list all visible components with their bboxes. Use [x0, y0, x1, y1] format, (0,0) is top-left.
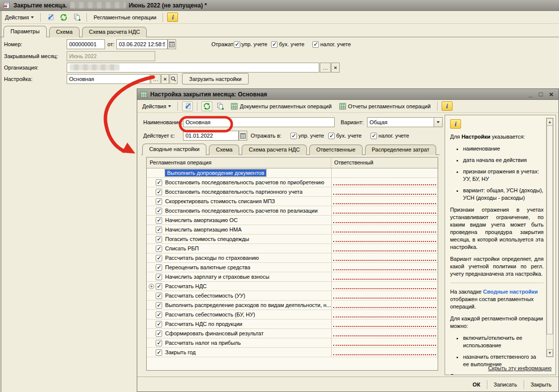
checkbox-upr-uchete[interactable]: упр. учете: [290, 131, 324, 141]
row-checkbox[interactable]: [156, 245, 162, 252]
row-checkbox[interactable]: [156, 293, 162, 299]
datetime-input[interactable]: [116, 39, 168, 49]
ok-button[interactable]: ОК: [467, 380, 485, 390]
tab-raspredelenie-zatrat[interactable]: Распределение затрат: [365, 145, 437, 155]
checked-checkbox-icon[interactable]: [371, 133, 377, 139]
maximize-button[interactable]: □: [537, 90, 545, 98]
copy-button[interactable]: [215, 101, 226, 111]
responsible-cell[interactable]: [331, 282, 438, 291]
row-checkbox[interactable]: [156, 255, 162, 261]
table-row[interactable]: Восстановить последовательность расчетов…: [147, 178, 438, 187]
responsible-cell[interactable]: [331, 225, 438, 234]
table-row[interactable]: Погасить стоимость спецодежды: [147, 235, 438, 244]
responsible-cell[interactable]: [331, 348, 438, 357]
actions-menu-button[interactable]: Действия: [2, 13, 36, 22]
table-row[interactable]: Сформировать финансовый результат: [147, 329, 438, 338]
post-document-button[interactable]: [182, 101, 193, 111]
responsible-cell[interactable]: [331, 168, 438, 177]
scroll-down-button[interactable]: ▼: [547, 349, 553, 357]
responsible-cell[interactable]: [331, 216, 438, 225]
table-row[interactable]: Закрыть год: [147, 348, 438, 357]
responsible-cell[interactable]: [331, 329, 438, 338]
number-input[interactable]: [67, 39, 105, 49]
minimize-button[interactable]: _: [526, 90, 535, 98]
checkbox-buh-uchete[interactable]: бух. учете: [328, 131, 362, 141]
tab-shema[interactable]: Схема: [209, 145, 239, 155]
row-checkbox[interactable]: [156, 302, 162, 309]
organization-input[interactable]: [67, 63, 319, 73]
table-row[interactable]: Скорректировать стоимость списания МПЗ: [147, 197, 438, 206]
tab-otvetstvennye[interactable]: Ответственные: [309, 145, 363, 155]
refresh-button[interactable]: [201, 101, 212, 111]
checked-checkbox-icon[interactable]: [290, 133, 297, 139]
responsible-cell[interactable]: [331, 197, 438, 206]
responsible-cell[interactable]: [331, 235, 438, 243]
table-row[interactable]: +Рассчитать НДС: [147, 282, 438, 291]
dialog-actions-menu-button[interactable]: Действия: [140, 102, 174, 111]
row-checkbox[interactable]: [156, 264, 162, 271]
tab-shema-rascheta-nds[interactable]: Схема расчета НДС: [242, 145, 307, 155]
table-row[interactable]: Рассчитать себестоимость (УУ): [147, 291, 438, 301]
table-row[interactable]: Рассчитать налог на прибыль: [147, 338, 438, 348]
tab-parametry[interactable]: Параметры: [3, 26, 47, 37]
row-checkbox[interactable]: [156, 198, 162, 205]
table-row[interactable]: Рассчитать себестоимость (БУ, НУ): [147, 310, 438, 319]
svodnye-nastroyki-link[interactable]: Сводные настройки: [483, 289, 538, 295]
responsible-cell[interactable]: [331, 272, 438, 281]
calendar-button[interactable]: [168, 39, 176, 49]
help-scrollbar[interactable]: ▲ ▼: [546, 118, 554, 357]
row-checkbox[interactable]: [156, 179, 162, 186]
checkbox-nalog-uchete[interactable]: налог. учете: [371, 131, 409, 141]
row-checkbox[interactable]: [156, 189, 162, 195]
row-checkbox[interactable]: [156, 283, 162, 290]
close-button[interactable]: ×: [547, 90, 556, 98]
hide-info-link[interactable]: Скрыть эту информацию: [488, 365, 552, 372]
reg-documents-button[interactable]: Документы регламентных операций: [228, 101, 334, 111]
reg-operations-button[interactable]: Регламентные операции: [91, 13, 159, 22]
organization-select-button[interactable]: …: [320, 63, 331, 73]
copy-button[interactable]: [72, 12, 83, 22]
variant-select[interactable]: [367, 117, 443, 127]
table-row[interactable]: Выполнить распределение расходов по вида…: [147, 301, 438, 310]
row-checkbox[interactable]: [156, 208, 162, 214]
scroll-thumb[interactable]: [547, 126, 553, 334]
reg-reports-button[interactable]: Отчеты регламентных операций: [337, 101, 433, 111]
table-row[interactable]: Начислить амортизацию ОС: [147, 216, 438, 225]
scroll-up-button[interactable]: ▲: [547, 118, 553, 126]
name-input[interactable]: [183, 117, 335, 127]
row-checkbox[interactable]: [156, 236, 162, 242]
table-row[interactable]: Рассчитать НДС по продукции: [147, 319, 438, 329]
post-document-button[interactable]: [45, 12, 56, 22]
table-row[interactable]: Выполнить допроведение документов: [147, 168, 438, 178]
checked-checkbox-icon[interactable]: [328, 133, 335, 139]
tab-shema-nds[interactable]: Схема расчета НДС: [82, 27, 147, 37]
info-button[interactable]: i: [442, 101, 453, 111]
expand-icon[interactable]: +: [149, 284, 154, 289]
responsible-cell[interactable]: [331, 244, 438, 253]
write-button[interactable]: Записать: [489, 380, 522, 390]
table-row[interactable]: Списать РБП: [147, 244, 438, 253]
responsible-cell[interactable]: [331, 310, 438, 319]
checked-checkbox-icon[interactable]: [312, 41, 319, 48]
row-checkbox[interactable]: [156, 217, 162, 224]
row-checkbox[interactable]: [156, 321, 162, 327]
checkbox-upr-uchete[interactable]: упр. учете: [234, 39, 268, 49]
table-row[interactable]: Начислить амортизацию НМА: [147, 225, 438, 235]
close-form-button[interactable]: Закрыть: [526, 380, 557, 390]
settings-clear-button[interactable]: ×: [161, 74, 169, 84]
settings-input[interactable]: [67, 74, 150, 84]
tab-shema[interactable]: Схема: [49, 27, 80, 37]
responsible-cell[interactable]: [331, 253, 438, 262]
row-checkbox[interactable]: [156, 227, 162, 233]
checked-checkbox-icon[interactable]: [271, 41, 278, 48]
row-checkbox[interactable]: [156, 349, 162, 356]
responsible-cell[interactable]: [331, 206, 438, 215]
table-row[interactable]: Восстановить последовательность партионн…: [147, 187, 438, 197]
responsible-cell[interactable]: [331, 338, 438, 347]
responsible-cell[interactable]: [331, 178, 438, 187]
table-row[interactable]: Рассчитать расходы по страхованию: [147, 253, 438, 263]
valid-from-input[interactable]: [183, 131, 239, 141]
table-row[interactable]: Начислить зарплату и страховые взносы: [147, 272, 438, 282]
responsible-cell[interactable]: [331, 319, 438, 328]
organization-clear-button[interactable]: ×: [331, 63, 340, 73]
